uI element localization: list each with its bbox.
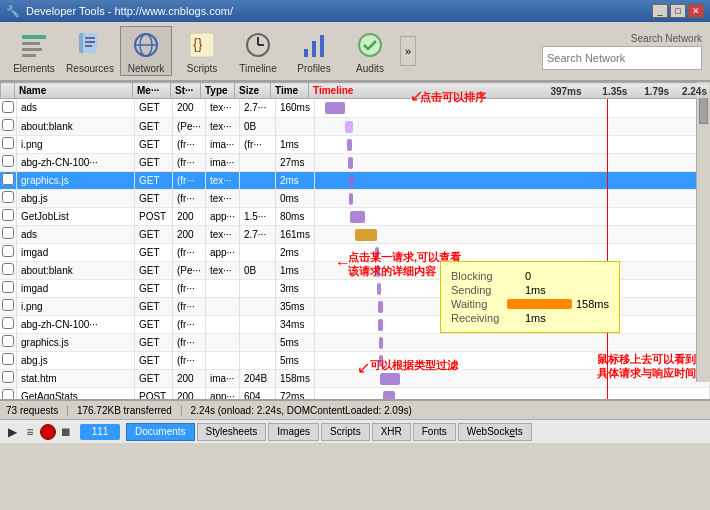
row-checkbox[interactable] bbox=[2, 227, 14, 239]
row-checkbox[interactable] bbox=[2, 155, 14, 167]
table-row[interactable]: graphics.js GET (fr··· 5ms bbox=[0, 333, 710, 351]
timeline-label: Timeline bbox=[239, 63, 276, 74]
row-status: (fr··· bbox=[173, 135, 206, 153]
row-time: 2ms bbox=[275, 171, 314, 189]
row-status: (fr··· bbox=[173, 351, 206, 369]
svg-rect-6 bbox=[85, 37, 95, 39]
more-tools-button[interactable]: » bbox=[400, 36, 416, 66]
resources-tool[interactable]: Resources bbox=[64, 26, 116, 76]
minimize-button[interactable]: _ bbox=[652, 4, 668, 18]
row-time: 5ms bbox=[275, 351, 314, 369]
row-method: GET bbox=[135, 243, 173, 261]
row-size bbox=[239, 171, 275, 189]
row-checkbox[interactable] bbox=[2, 317, 14, 329]
table-row[interactable]: ads GET 200 tex··· 2.7··· 160ms bbox=[0, 99, 710, 117]
devtools-icon: 🔧 bbox=[6, 5, 20, 18]
row-checkbox[interactable] bbox=[2, 137, 14, 149]
row-checkbox[interactable] bbox=[2, 101, 14, 113]
audits-tool[interactable]: Audits bbox=[344, 26, 396, 76]
row-status: (fr··· bbox=[173, 315, 206, 333]
row-checkbox[interactable] bbox=[2, 353, 14, 365]
row-method: GET bbox=[135, 315, 173, 333]
row-checkbox[interactable] bbox=[2, 335, 14, 347]
table-row[interactable]: graphics.js GET (fr··· tex··· 2ms bbox=[0, 171, 710, 189]
filter-images[interactable]: Images bbox=[268, 423, 319, 441]
row-status: 200 bbox=[173, 207, 206, 225]
table-row[interactable]: i.png GET (fr··· ima··· (fr··· 1ms bbox=[0, 135, 710, 153]
filter-documents[interactable]: Documents bbox=[126, 423, 195, 441]
search-input[interactable] bbox=[542, 46, 702, 70]
row-size: 0B bbox=[239, 117, 275, 135]
scrollbar[interactable] bbox=[696, 82, 710, 382]
scripts-tool[interactable]: {} Scripts bbox=[176, 26, 228, 76]
table-row[interactable]: abg-zh-CN-100··· GET (fr··· ima··· 27ms bbox=[0, 153, 710, 171]
stop-button[interactable]: ⏹ bbox=[58, 424, 74, 440]
table-row[interactable]: imgad GET (fr··· app··· 2ms bbox=[0, 243, 710, 261]
network-tool[interactable]: Network bbox=[120, 26, 172, 76]
timeline-tool[interactable]: Timeline bbox=[232, 26, 284, 76]
filter-stylesheets[interactable]: Stylesheets bbox=[197, 423, 267, 441]
filter-bar: ▶ ≡ ⏹ 111 Documents Stylesheets Images S… bbox=[0, 419, 710, 443]
filter-xhr[interactable]: XHR bbox=[372, 423, 411, 441]
row-status: (fr··· bbox=[173, 153, 206, 171]
filter-fonts[interactable]: Fonts bbox=[413, 423, 456, 441]
row-status: 200 bbox=[173, 225, 206, 243]
row-size bbox=[239, 153, 275, 171]
table-row[interactable]: GetAggStats POST 200 app··· 604 72ms bbox=[0, 387, 710, 399]
scripts-label: Scripts bbox=[187, 63, 218, 74]
row-checkbox[interactable] bbox=[2, 263, 14, 275]
col-size[interactable]: Size bbox=[235, 83, 271, 99]
row-checkbox[interactable] bbox=[2, 173, 14, 185]
row-timeline bbox=[314, 99, 709, 117]
record-button[interactable] bbox=[40, 424, 56, 440]
filter-scripts[interactable]: Scripts bbox=[321, 423, 370, 441]
profiles-tool[interactable]: Profiles bbox=[288, 26, 340, 76]
table-row[interactable]: abg.js GET (fr··· tex··· 0ms bbox=[0, 189, 710, 207]
svg-text:{}: {} bbox=[193, 36, 203, 52]
table-row[interactable]: ads GET 200 tex··· 2.7··· 161ms bbox=[0, 225, 710, 243]
row-checkbox[interactable] bbox=[2, 209, 14, 221]
row-type: tex··· bbox=[205, 171, 239, 189]
col-time[interactable]: Time bbox=[271, 83, 309, 99]
status-bar: 73 requests | 176.72KB transferred | 2.2… bbox=[0, 399, 710, 419]
transferred-size: 176.72KB transferred bbox=[77, 405, 172, 416]
row-time: 80ms bbox=[275, 207, 314, 225]
col-status[interactable]: St··· bbox=[171, 83, 201, 99]
table-row[interactable]: about:blank GET (Pe··· tex··· 0B bbox=[0, 117, 710, 135]
row-checkbox[interactable] bbox=[2, 281, 14, 293]
row-type: tex··· bbox=[205, 225, 239, 243]
row-checkbox[interactable] bbox=[2, 245, 14, 257]
col-timeline[interactable]: Timeline 397ms 1.35s 1.79s 2.24s bbox=[309, 83, 710, 99]
col-type[interactable]: Type bbox=[201, 83, 235, 99]
col-method[interactable]: Me··· bbox=[133, 83, 171, 99]
title-bar-title: Developer Tools - http://www.cnblogs.com… bbox=[26, 5, 233, 17]
maximize-button[interactable]: □ bbox=[670, 4, 686, 18]
list-button[interactable]: ≡ bbox=[22, 424, 38, 440]
row-timeline bbox=[314, 153, 709, 171]
row-timeline bbox=[314, 207, 709, 225]
count-badge[interactable]: 111 bbox=[80, 424, 120, 440]
filter-websockets[interactable]: WebSockets bbox=[458, 423, 532, 441]
elements-tool[interactable]: Elements bbox=[8, 26, 60, 76]
row-checkbox[interactable] bbox=[2, 371, 14, 383]
row-checkbox[interactable] bbox=[2, 119, 14, 131]
resources-icon bbox=[74, 29, 106, 61]
row-checkbox[interactable] bbox=[2, 389, 14, 399]
table-row[interactable]: stat.htm GET 200 ima··· 204B 158ms bbox=[0, 369, 710, 387]
row-checkbox[interactable] bbox=[2, 299, 14, 311]
row-timeline bbox=[314, 171, 709, 189]
row-size: 1.5··· bbox=[239, 207, 275, 225]
row-name: abg.js bbox=[17, 189, 135, 207]
close-button[interactable]: ✕ bbox=[688, 4, 704, 18]
play-button[interactable]: ▶ bbox=[4, 424, 20, 440]
row-checkbox[interactable] bbox=[2, 191, 14, 203]
table-row[interactable]: abg.js GET (fr··· 5ms bbox=[0, 351, 710, 369]
row-name: GetJobList bbox=[17, 207, 135, 225]
row-method: POST bbox=[135, 387, 173, 399]
row-name: i.png bbox=[17, 135, 135, 153]
row-name: stat.htm bbox=[17, 369, 135, 387]
tooltip-waiting-val: 158ms bbox=[576, 298, 609, 310]
col-name[interactable]: Name bbox=[15, 83, 133, 99]
table-row[interactable]: GetJobList POST 200 app··· 1.5··· 80ms bbox=[0, 207, 710, 225]
svg-rect-0 bbox=[22, 35, 46, 39]
